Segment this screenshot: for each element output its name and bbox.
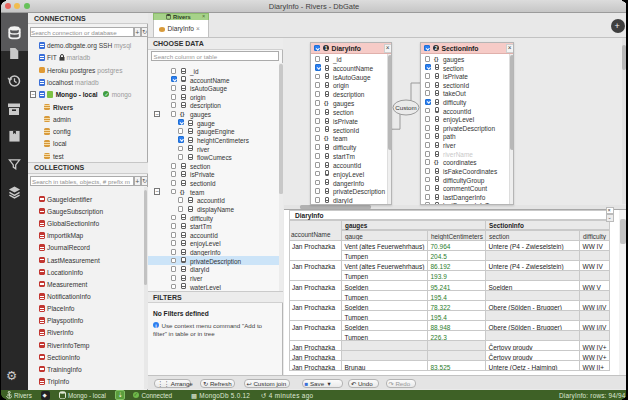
svg-text:Custom: Custom — [395, 104, 416, 111]
